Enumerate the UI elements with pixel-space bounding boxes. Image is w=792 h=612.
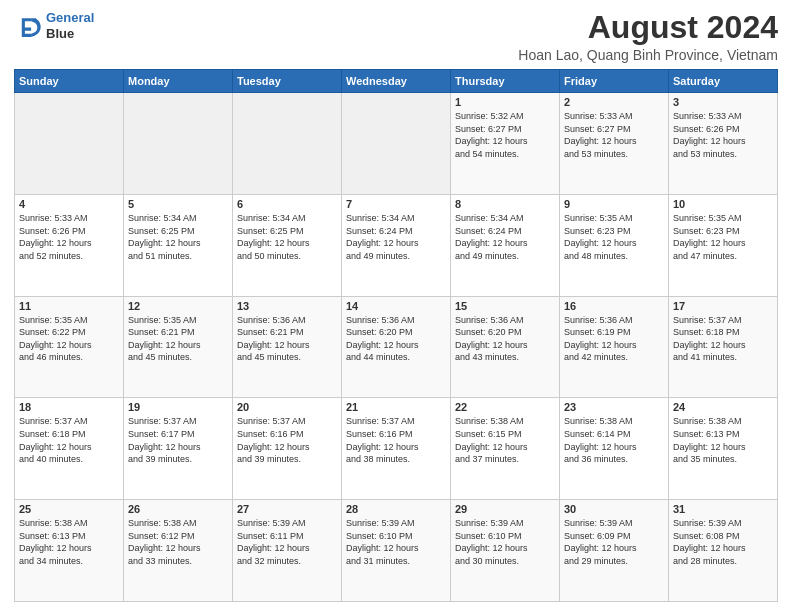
logo-line2: Blue — [46, 26, 94, 42]
logo: General Blue — [14, 10, 94, 41]
day-number: 4 — [19, 198, 119, 210]
page: General Blue August 2024 Hoan Lao, Quang… — [0, 0, 792, 612]
day-number: 21 — [346, 401, 446, 413]
cell-1-0: 4Sunrise: 5:33 AM Sunset: 6:26 PM Daylig… — [15, 194, 124, 296]
day-number: 18 — [19, 401, 119, 413]
cell-content: Sunrise: 5:34 AM Sunset: 6:24 PM Dayligh… — [455, 212, 555, 262]
cell-3-2: 20Sunrise: 5:37 AM Sunset: 6:16 PM Dayli… — [233, 398, 342, 500]
week-row-0: 1Sunrise: 5:32 AM Sunset: 6:27 PM Daylig… — [15, 93, 778, 195]
day-number: 13 — [237, 300, 337, 312]
day-number: 9 — [564, 198, 664, 210]
cell-1-1: 5Sunrise: 5:34 AM Sunset: 6:25 PM Daylig… — [124, 194, 233, 296]
cell-content: Sunrise: 5:36 AM Sunset: 6:21 PM Dayligh… — [237, 314, 337, 364]
logo-icon — [14, 12, 42, 40]
day-number: 16 — [564, 300, 664, 312]
cell-content: Sunrise: 5:34 AM Sunset: 6:25 PM Dayligh… — [237, 212, 337, 262]
cell-4-2: 27Sunrise: 5:39 AM Sunset: 6:11 PM Dayli… — [233, 500, 342, 602]
day-number: 20 — [237, 401, 337, 413]
day-number: 30 — [564, 503, 664, 515]
day-number: 28 — [346, 503, 446, 515]
day-number: 11 — [19, 300, 119, 312]
day-number: 3 — [673, 96, 773, 108]
col-header-wednesday: Wednesday — [342, 70, 451, 93]
main-title: August 2024 — [518, 10, 778, 45]
cell-content: Sunrise: 5:39 AM Sunset: 6:08 PM Dayligh… — [673, 517, 773, 567]
day-number: 25 — [19, 503, 119, 515]
cell-content: Sunrise: 5:39 AM Sunset: 6:11 PM Dayligh… — [237, 517, 337, 567]
day-number: 10 — [673, 198, 773, 210]
week-row-3: 18Sunrise: 5:37 AM Sunset: 6:18 PM Dayli… — [15, 398, 778, 500]
cell-content: Sunrise: 5:35 AM Sunset: 6:23 PM Dayligh… — [564, 212, 664, 262]
cell-content: Sunrise: 5:33 AM Sunset: 6:27 PM Dayligh… — [564, 110, 664, 160]
cell-4-5: 30Sunrise: 5:39 AM Sunset: 6:09 PM Dayli… — [560, 500, 669, 602]
calendar-table: SundayMondayTuesdayWednesdayThursdayFrid… — [14, 69, 778, 602]
cell-content: Sunrise: 5:36 AM Sunset: 6:20 PM Dayligh… — [455, 314, 555, 364]
header-row: SundayMondayTuesdayWednesdayThursdayFrid… — [15, 70, 778, 93]
cell-1-2: 6Sunrise: 5:34 AM Sunset: 6:25 PM Daylig… — [233, 194, 342, 296]
col-header-thursday: Thursday — [451, 70, 560, 93]
col-header-tuesday: Tuesday — [233, 70, 342, 93]
cell-4-4: 29Sunrise: 5:39 AM Sunset: 6:10 PM Dayli… — [451, 500, 560, 602]
cell-1-4: 8Sunrise: 5:34 AM Sunset: 6:24 PM Daylig… — [451, 194, 560, 296]
cell-content: Sunrise: 5:37 AM Sunset: 6:18 PM Dayligh… — [19, 415, 119, 465]
cell-3-0: 18Sunrise: 5:37 AM Sunset: 6:18 PM Dayli… — [15, 398, 124, 500]
cell-3-6: 24Sunrise: 5:38 AM Sunset: 6:13 PM Dayli… — [669, 398, 778, 500]
logo-line1: General — [46, 10, 94, 25]
subtitle: Hoan Lao, Quang Binh Province, Vietnam — [518, 47, 778, 63]
cell-4-3: 28Sunrise: 5:39 AM Sunset: 6:10 PM Dayli… — [342, 500, 451, 602]
cell-content: Sunrise: 5:39 AM Sunset: 6:09 PM Dayligh… — [564, 517, 664, 567]
cell-content: Sunrise: 5:34 AM Sunset: 6:25 PM Dayligh… — [128, 212, 228, 262]
cell-0-4: 1Sunrise: 5:32 AM Sunset: 6:27 PM Daylig… — [451, 93, 560, 195]
cell-3-4: 22Sunrise: 5:38 AM Sunset: 6:15 PM Dayli… — [451, 398, 560, 500]
cell-4-0: 25Sunrise: 5:38 AM Sunset: 6:13 PM Dayli… — [15, 500, 124, 602]
day-number: 27 — [237, 503, 337, 515]
cell-0-5: 2Sunrise: 5:33 AM Sunset: 6:27 PM Daylig… — [560, 93, 669, 195]
cell-3-3: 21Sunrise: 5:37 AM Sunset: 6:16 PM Dayli… — [342, 398, 451, 500]
cell-2-0: 11Sunrise: 5:35 AM Sunset: 6:22 PM Dayli… — [15, 296, 124, 398]
cell-content: Sunrise: 5:32 AM Sunset: 6:27 PM Dayligh… — [455, 110, 555, 160]
cell-0-2 — [233, 93, 342, 195]
cell-0-0 — [15, 93, 124, 195]
cell-4-1: 26Sunrise: 5:38 AM Sunset: 6:12 PM Dayli… — [124, 500, 233, 602]
cell-2-6: 17Sunrise: 5:37 AM Sunset: 6:18 PM Dayli… — [669, 296, 778, 398]
cell-content: Sunrise: 5:39 AM Sunset: 6:10 PM Dayligh… — [346, 517, 446, 567]
week-row-4: 25Sunrise: 5:38 AM Sunset: 6:13 PM Dayli… — [15, 500, 778, 602]
day-number: 15 — [455, 300, 555, 312]
col-header-sunday: Sunday — [15, 70, 124, 93]
cell-2-4: 15Sunrise: 5:36 AM Sunset: 6:20 PM Dayli… — [451, 296, 560, 398]
cell-0-6: 3Sunrise: 5:33 AM Sunset: 6:26 PM Daylig… — [669, 93, 778, 195]
title-block: August 2024 Hoan Lao, Quang Binh Provinc… — [518, 10, 778, 63]
day-number: 14 — [346, 300, 446, 312]
cell-content: Sunrise: 5:38 AM Sunset: 6:13 PM Dayligh… — [673, 415, 773, 465]
day-number: 12 — [128, 300, 228, 312]
cell-content: Sunrise: 5:37 AM Sunset: 6:17 PM Dayligh… — [128, 415, 228, 465]
day-number: 1 — [455, 96, 555, 108]
cell-content: Sunrise: 5:36 AM Sunset: 6:19 PM Dayligh… — [564, 314, 664, 364]
cell-1-6: 10Sunrise: 5:35 AM Sunset: 6:23 PM Dayli… — [669, 194, 778, 296]
cell-2-5: 16Sunrise: 5:36 AM Sunset: 6:19 PM Dayli… — [560, 296, 669, 398]
cell-content: Sunrise: 5:35 AM Sunset: 6:23 PM Dayligh… — [673, 212, 773, 262]
day-number: 2 — [564, 96, 664, 108]
day-number: 19 — [128, 401, 228, 413]
cell-content: Sunrise: 5:36 AM Sunset: 6:20 PM Dayligh… — [346, 314, 446, 364]
cell-content: Sunrise: 5:37 AM Sunset: 6:16 PM Dayligh… — [346, 415, 446, 465]
header: General Blue August 2024 Hoan Lao, Quang… — [14, 10, 778, 63]
day-number: 26 — [128, 503, 228, 515]
logo-text: General Blue — [46, 10, 94, 41]
cell-0-3 — [342, 93, 451, 195]
col-header-monday: Monday — [124, 70, 233, 93]
cell-content: Sunrise: 5:38 AM Sunset: 6:15 PM Dayligh… — [455, 415, 555, 465]
day-number: 29 — [455, 503, 555, 515]
cell-2-2: 13Sunrise: 5:36 AM Sunset: 6:21 PM Dayli… — [233, 296, 342, 398]
cell-content: Sunrise: 5:33 AM Sunset: 6:26 PM Dayligh… — [19, 212, 119, 262]
day-number: 5 — [128, 198, 228, 210]
week-row-2: 11Sunrise: 5:35 AM Sunset: 6:22 PM Dayli… — [15, 296, 778, 398]
cell-1-3: 7Sunrise: 5:34 AM Sunset: 6:24 PM Daylig… — [342, 194, 451, 296]
day-number: 17 — [673, 300, 773, 312]
day-number: 7 — [346, 198, 446, 210]
day-number: 6 — [237, 198, 337, 210]
cell-content: Sunrise: 5:37 AM Sunset: 6:16 PM Dayligh… — [237, 415, 337, 465]
cell-content: Sunrise: 5:35 AM Sunset: 6:21 PM Dayligh… — [128, 314, 228, 364]
cell-2-3: 14Sunrise: 5:36 AM Sunset: 6:20 PM Dayli… — [342, 296, 451, 398]
col-header-saturday: Saturday — [669, 70, 778, 93]
